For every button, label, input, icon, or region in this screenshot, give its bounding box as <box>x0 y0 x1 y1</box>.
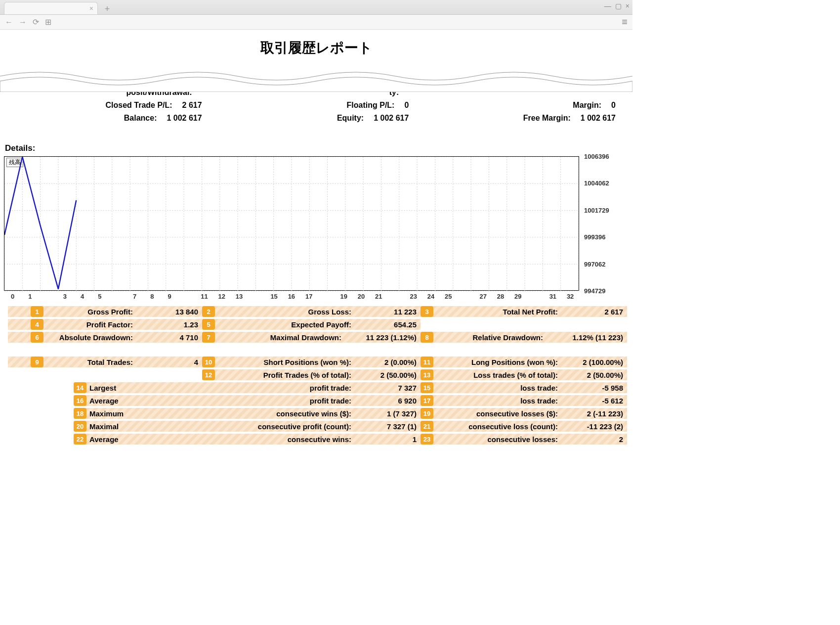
close-icon[interactable]: × <box>89 4 93 12</box>
detail-label: Expected Payoff: <box>218 320 356 329</box>
chart-y-tick: 1001729 <box>584 206 609 214</box>
detail-value: 4 710 <box>138 333 202 342</box>
chart-x-tick: 11 <box>196 293 213 300</box>
chart-x-tick: 5 <box>91 293 108 300</box>
browser-tab[interactable]: × <box>4 2 98 14</box>
chart-x-tick: 24 <box>422 293 439 300</box>
maximize-icon[interactable]: ▢ <box>615 2 622 10</box>
chart-x-tick: 3 <box>56 293 74 300</box>
menu-icon[interactable]: ≡ <box>622 16 628 28</box>
detail-value: 2 (0.00%) <box>356 358 420 366</box>
chart-x-tick <box>527 293 544 300</box>
detail-label: Gross Profit: <box>46 308 138 316</box>
detail-value: -5 958 <box>563 384 627 392</box>
detail-label: loss trade: <box>436 384 563 392</box>
detail-num: 2 <box>202 306 215 317</box>
detail-num: 6 <box>31 332 43 343</box>
detail-num: 8 <box>420 332 433 343</box>
reload-icon[interactable]: ⟳ <box>33 17 39 27</box>
chart-x-tick: 12 <box>213 293 230 300</box>
detail-value: -5 612 <box>563 397 627 405</box>
minimize-icon[interactable]: — <box>604 2 611 10</box>
chart-x-tick: 17 <box>300 293 318 300</box>
apps-icon[interactable]: ⊞ <box>45 17 51 27</box>
chart-x-tick: 4 <box>74 293 91 300</box>
detail-label: Total Trades: <box>46 358 138 366</box>
detail-num: 13 <box>420 369 433 380</box>
detail-value: 11 223 <box>356 308 420 316</box>
chart-x-tick: 13 <box>230 293 248 300</box>
chart-x-tick <box>39 293 56 300</box>
summary-label: Free Margin: <box>430 114 570 123</box>
detail-num: 15 <box>420 382 433 393</box>
window-close-icon[interactable]: × <box>626 2 630 10</box>
forward-icon[interactable]: → <box>19 18 27 27</box>
detail-num: 4 <box>31 319 43 330</box>
detail-lead: Largest <box>89 384 129 392</box>
detail-num: 18 <box>74 408 86 419</box>
detail-label: Short Positions (won %): <box>218 358 356 366</box>
detail-value: 6 920 <box>356 397 420 405</box>
chart-x-tick <box>457 293 474 300</box>
detail-value: 2 (100.00%) <box>563 358 627 366</box>
detail-num: 10 <box>202 357 215 367</box>
detail-label: profit trade: <box>131 384 356 392</box>
detail-num: 1 <box>31 306 43 317</box>
detail-value: 1.23 <box>138 320 202 329</box>
detail-value: 1 (7 327) <box>356 409 420 418</box>
chart-x-tick: 20 <box>352 293 370 300</box>
detail-label: consecutive losses ($): <box>436 409 563 418</box>
detail-num: 3 <box>420 306 433 317</box>
chart-y-tick: 999396 <box>584 233 605 241</box>
detail-label: Long Positions (won %): <box>436 358 563 366</box>
chart-x-tick: 0 <box>4 293 21 300</box>
detail-value: 4 <box>138 358 202 366</box>
chart-x-tick: 32 <box>562 293 579 300</box>
detail-value: 13 840 <box>138 308 202 316</box>
detail-label: Relative Drawdown: <box>436 333 548 342</box>
detail-num: 5 <box>202 319 215 330</box>
detail-num: 12 <box>202 369 215 380</box>
new-tab-button[interactable]: + <box>101 4 114 14</box>
chart-x-tick: 15 <box>265 293 283 300</box>
summary-label: Equity: <box>224 114 364 123</box>
summary-value: 0 <box>404 101 409 110</box>
browser-toolbar: ← → ⟳ ⊞ ≡ <box>0 15 632 30</box>
chart-x-tick: 1 <box>21 293 39 300</box>
detail-value: 654.25 <box>356 320 420 329</box>
detail-value: -11 223 (2) <box>563 422 627 431</box>
summary-value: 1 002 617 <box>374 114 409 123</box>
chart-x-tick: 9 <box>161 293 178 300</box>
detail-label: Gross Loss: <box>218 308 356 316</box>
summary-label: Balance: <box>17 114 157 123</box>
chart-x-tick: 28 <box>492 293 509 300</box>
summary-label: Floating P/L: <box>224 101 395 110</box>
chart-x-tick: 29 <box>509 293 527 300</box>
detail-value: 2 (50.00%) <box>356 371 420 379</box>
detail-num: 19 <box>420 408 433 419</box>
detail-value: 2 (50.00%) <box>563 371 627 379</box>
detail-num: 14 <box>74 382 86 393</box>
details-grid: 1Gross Profit:13 840 2Gross Loss:11 223 … <box>4 306 629 445</box>
detail-num: 20 <box>74 421 86 432</box>
page-title: 取引履歴レポート <box>4 39 629 57</box>
chart-x-tick <box>178 293 196 300</box>
chart-x-tick: 7 <box>126 293 143 300</box>
back-icon[interactable]: ← <box>5 18 13 27</box>
detail-label: Loss trades (% of total): <box>436 371 563 379</box>
chart-x-tick: 8 <box>143 293 161 300</box>
summary-value: 1 002 617 <box>167 114 202 123</box>
detail-lead: Average <box>89 397 129 405</box>
detail-lead: Maximum <box>89 409 129 418</box>
detail-label: consecutive losses: <box>436 435 563 444</box>
detail-num: 23 <box>420 434 433 445</box>
details-header: Details: <box>5 143 629 153</box>
detail-label: loss trade: <box>436 397 563 405</box>
chart-y-tick: 994729 <box>584 287 605 295</box>
detail-value: 1.12% (11 223) <box>548 333 627 342</box>
detail-num: 22 <box>74 434 86 445</box>
detail-label: Total Net Profit: <box>436 308 563 316</box>
summary-label: Margin: <box>430 101 601 110</box>
detail-label: consecutive loss (count): <box>436 422 563 431</box>
detail-value: 11 223 (1.12%) <box>346 333 420 342</box>
